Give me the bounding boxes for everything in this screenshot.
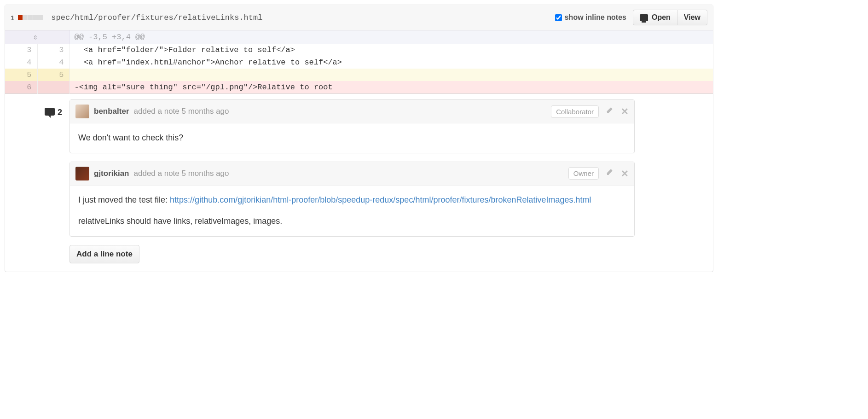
comment-body: I just moved the test file: https://gith… [70, 186, 634, 236]
comment-link[interactable]: https://github.com/gjtorikian/html-proof… [170, 195, 591, 204]
old-line-num[interactable]: 5 [5, 69, 37, 81]
diff-table: ⇳ @@ -3,5 +3,4 @@ 3 3 <a href="folder/">… [5, 30, 713, 272]
diff-line: 5 5 [5, 69, 713, 81]
hunk-header-row: ⇳ @@ -3,5 +3,4 @@ [5, 30, 713, 44]
diff-line: 3 3 <a href="folder/">Folder relative to… [5, 44, 713, 56]
code: <a href="folder/">Folder relative to sel… [69, 44, 713, 56]
comment-text: I just moved the test file: https://gith… [78, 194, 626, 207]
role-badge: Owner [568, 167, 599, 180]
comment-meta: added a note 5 months ago [134, 169, 229, 178]
file-button-group: Open View [633, 10, 707, 25]
old-line-num[interactable]: 4 [5, 56, 37, 69]
inline-comments-row: 2 benbalter added a note 5 months ago Co… [5, 94, 713, 272]
inline-comment: gjtorikian added a note 5 months ago Own… [69, 162, 635, 237]
open-button-label: Open [652, 13, 671, 22]
new-line-num[interactable]: 5 [37, 69, 69, 81]
edit-comment-button[interactable] [606, 169, 613, 178]
diffstat-blocks [18, 15, 43, 20]
inline-comment: benbalter added a note 5 months ago Coll… [69, 99, 635, 153]
code: <a href="index.html#anchor">Anchor relat… [69, 56, 713, 69]
comment-count: 2 [5, 99, 69, 263]
avatar[interactable] [75, 167, 89, 180]
avatar[interactable] [75, 105, 89, 118]
file-info: 1 spec/html/proofer/fixtures/relativeLin… [11, 13, 555, 22]
comment-header: gjtorikian added a note 5 months ago Own… [70, 162, 634, 186]
diff-line-deletion: 6 -<img alt="sure thing" src="/gpl.png"/… [5, 81, 713, 94]
expand-cell[interactable]: ⇳ [5, 30, 69, 44]
desktop-icon [640, 14, 648, 21]
old-line-num[interactable]: 6 [5, 81, 37, 94]
add-line-note-button[interactable]: Add a line note [69, 245, 139, 263]
show-inline-notes-toggle[interactable]: show inline notes [555, 13, 626, 22]
show-inline-notes-checkbox[interactable] [555, 14, 562, 21]
pencil-icon [606, 107, 613, 114]
edit-comment-button[interactable] [606, 107, 613, 116]
diff-line: 4 4 <a href="index.html#anchor">Anchor r… [5, 56, 713, 69]
file-actions: show inline notes Open View [555, 10, 707, 25]
open-button[interactable]: Open [633, 10, 677, 25]
pencil-icon [606, 169, 613, 176]
view-button[interactable]: View [677, 10, 707, 25]
diffstat-block-del [18, 15, 23, 20]
comment-meta: added a note 5 months ago [134, 107, 229, 116]
file-header: 1 spec/html/proofer/fixtures/relativeLin… [5, 5, 713, 30]
file-diff: 1 spec/html/proofer/fixtures/relativeLin… [5, 5, 713, 272]
diffstat-count: 1 [11, 14, 14, 22]
diffstat-block-neutral [33, 15, 38, 20]
diffstat-block-neutral [38, 15, 43, 20]
comment-body: We don't want to check this? [70, 123, 634, 153]
delete-comment-button[interactable]: ✕ [621, 106, 629, 117]
comment-header: benbalter added a note 5 months ago Coll… [70, 100, 634, 123]
old-line-num[interactable]: 3 [5, 44, 37, 56]
comment-text: relativeLinks should have links, relativ… [78, 215, 626, 228]
role-badge: Collaborator [551, 105, 599, 118]
new-line-num[interactable]: 3 [37, 44, 69, 56]
comment-text: We don't want to check this? [78, 132, 626, 145]
code: -<img alt="sure thing" src="/gpl.png"/>R… [69, 81, 713, 94]
comment-author[interactable]: gjtorikian [94, 169, 129, 178]
file-path[interactable]: spec/html/proofer/fixtures/relativeLinks… [51, 13, 262, 22]
add-note-row: Add a line note [69, 245, 635, 263]
comment-author[interactable]: benbalter [94, 107, 129, 116]
diffstat-block-neutral [23, 15, 28, 20]
hunk-header: @@ -3,5 +3,4 @@ [69, 30, 713, 44]
comment-bubble-icon [45, 108, 55, 116]
expand-icon: ⇳ [7, 32, 64, 42]
comment-count-number: 2 [58, 108, 62, 117]
view-button-label: View [684, 13, 700, 22]
code [69, 69, 713, 81]
show-inline-notes-label: show inline notes [565, 13, 626, 22]
new-line-num[interactable] [37, 81, 69, 94]
diffstat-block-neutral [28, 15, 33, 20]
delete-comment-button[interactable]: ✕ [621, 168, 629, 179]
new-line-num[interactable]: 4 [37, 56, 69, 69]
